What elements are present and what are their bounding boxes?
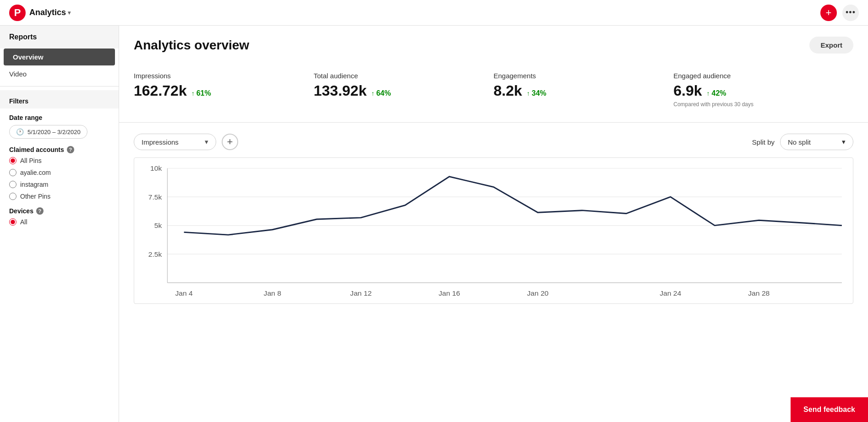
chart-line [184,177,842,235]
metric-value-row: 162.72k↑ 61% [134,82,303,99]
metric-value-row: 133.92k↑ 64% [314,82,483,99]
metric-card-engaged-audience: Engaged audience6.9k↑ 42%Compared with p… [673,68,853,111]
date-range-label: Date range [9,114,109,121]
metric-note: Compared with previous 30 days [673,101,842,108]
devices-radio-group: All [9,218,109,226]
claimed-accounts-radio[interactable] [9,193,16,200]
chart-section: Impressions ▾ + Split by No split ▾ [119,123,868,315]
sidebar-divider-1 [0,86,119,87]
metric-value: 6.9k [673,82,702,99]
date-range-value: 5/1/2020 – 3/2/2020 [27,129,81,135]
send-feedback-button[interactable]: Send feedback [791,397,868,422]
date-range-label-text: Date range [9,114,42,121]
app-title-label: Analytics [29,8,66,17]
devices-radio[interactable] [9,218,16,226]
split-dropdown-label: No split [788,138,811,146]
title-chevron-icon: ▾ [68,10,71,16]
nav-left: P Analytics ▾ [9,5,71,21]
metric-label: Engagements [494,72,663,80]
metric-change: ↑ 61% [191,89,211,97]
claimed-accounts-radio-item[interactable]: Other Pins [9,193,109,200]
split-dropdown-chevron-icon: ▾ [842,138,846,146]
page-title: Analytics overview [134,38,249,53]
clock-icon: 🕐 [16,128,24,135]
svg-text:Jan 20: Jan 20 [527,289,549,297]
metric-dropdown-chevron-icon: ▾ [205,138,208,146]
sidebar-item-overview[interactable]: Overview [4,49,115,65]
claimed-accounts-radio-item[interactable]: instagram [9,181,109,188]
nav-right: + ••• [820,5,859,21]
claimed-accounts-radio[interactable] [9,169,16,176]
more-button[interactable]: ••• [842,5,859,21]
metric-label: Total audience [314,72,483,80]
svg-text:Jan 4: Jan 4 [175,289,193,297]
metric-change: ↑ 34% [527,89,546,97]
metric-card-impressions: Impressions162.72k↑ 61% [134,68,314,111]
devices-group: Devices ? All [0,202,119,227]
svg-text:10k: 10k [150,165,162,172]
claimed-accounts-help-icon[interactable]: ? [67,146,74,153]
svg-text:2.5k: 2.5k [148,250,162,258]
metric-dropdown[interactable]: Impressions ▾ [134,134,216,150]
metrics-row: Impressions162.72k↑ 61%Total audience133… [119,61,868,123]
metric-value-row: 8.2k↑ 34% [494,82,663,99]
claimed-accounts-label-text: Claimed accounts [9,146,64,153]
svg-text:Jan 28: Jan 28 [748,289,770,297]
arrow-up-icon: ↑ [527,90,530,97]
claimed-accounts-radio[interactable] [9,181,16,188]
claimed-accounts-radio[interactable] [9,157,16,164]
reports-section-title: Reports [0,26,119,49]
metric-value: 162.72k [134,82,187,99]
chart-svg: 10k 7.5k 5k 2.5k Jan 4 Jan 8 Jan 12 Jan … [134,158,853,303]
analytics-nav-title[interactable]: Analytics ▾ [29,8,71,17]
metric-card-total-audience: Total audience133.92k↑ 64% [314,68,494,111]
split-dropdown[interactable]: No split ▾ [780,134,853,150]
add-button[interactable]: + [820,5,837,21]
export-button[interactable]: Export [809,37,853,54]
claimed-accounts-radio-item[interactable]: All Pins [9,157,109,164]
metric-value: 8.2k [494,82,522,99]
add-metric-button[interactable]: + [222,134,238,150]
date-range-button[interactable]: 🕐 5/1/2020 – 3/2/2020 [9,125,87,139]
sidebar-nav: OverviewVideo [0,49,119,82]
claimed-accounts-group: Claimed accounts ? All Pinsayalie.comins… [0,141,119,202]
logo-text: P [14,7,21,19]
sidebar: Reports OverviewVideo Filters Date range… [0,26,119,422]
content-area: Analytics overview Export Impressions162… [119,26,868,422]
claimed-accounts-radio-item[interactable]: ayalie.com [9,169,109,176]
metric-dropdown-label: Impressions [142,138,179,146]
date-range-group: Date range 🕐 5/1/2020 – 3/2/2020 [0,108,119,141]
metric-card-engagements: Engagements8.2k↑ 34% [494,68,674,111]
top-nav: P Analytics ▾ + ••• [0,0,868,26]
svg-text:Jan 16: Jan 16 [438,289,460,297]
chart-controls-left: Impressions ▾ + [134,134,238,150]
devices-option-label: All [20,218,27,226]
claimed-accounts-radio-group: All Pinsayalie.cominstagramOther Pins [9,157,109,200]
chart-controls: Impressions ▾ + Split by No split ▾ [134,134,853,150]
split-by-label: Split by [752,138,775,146]
filters-section-title: Filters [0,90,119,108]
metric-value-row: 6.9k↑ 42% [673,82,842,99]
arrow-up-icon: ↑ [371,90,374,97]
devices-label-text: Devices [9,207,33,215]
claimed-accounts-option-label: instagram [20,181,48,188]
metric-change: ↑ 42% [707,89,726,97]
impressions-chart: 10k 7.5k 5k 2.5k Jan 4 Jan 8 Jan 12 Jan … [134,157,853,304]
metric-label: Impressions [134,72,303,80]
svg-text:Jan 24: Jan 24 [660,289,682,297]
sidebar-item-video[interactable]: Video [0,65,119,82]
svg-text:7.5k: 7.5k [148,193,162,200]
devices-label: Devices ? [9,207,109,215]
svg-text:5k: 5k [154,222,162,229]
main-layout: Reports OverviewVideo Filters Date range… [0,26,868,422]
content-header: Analytics overview Export [119,26,868,61]
metric-value: 133.92k [314,82,367,99]
pinterest-logo[interactable]: P [9,5,26,21]
devices-help-icon[interactable]: ? [36,207,44,215]
arrow-up-icon: ↑ [191,90,195,97]
metric-label: Engaged audience [673,72,842,80]
arrow-up-icon: ↑ [707,90,710,97]
claimed-accounts-option-label: Other Pins [20,193,50,200]
devices-radio-item[interactable]: All [9,218,109,226]
split-by-controls: Split by No split ▾ [752,134,853,150]
